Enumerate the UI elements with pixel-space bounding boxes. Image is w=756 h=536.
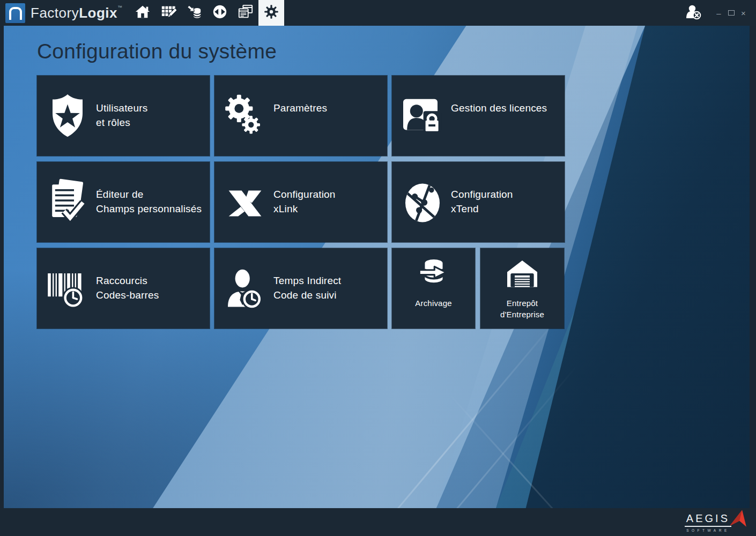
content-area: Configuration du système Utilisateurset … <box>4 26 750 508</box>
grid-pencil-icon <box>160 4 176 22</box>
minimize-button[interactable]: – <box>713 5 725 21</box>
titlebar: FactoryLogix™ <box>0 0 756 26</box>
home-icon <box>135 4 151 22</box>
factorylogix-logo-icon <box>5 3 25 23</box>
tile-label: Éditeur deChamps personnalisés <box>96 187 202 216</box>
person-clock-icon <box>222 265 268 312</box>
shield-star-icon <box>45 92 91 139</box>
user-disconnect-icon <box>684 3 701 23</box>
tile-users-roles[interactable]: Utilisateurset rôles <box>37 76 210 156</box>
tile-label: ConfigurationxTend <box>451 187 513 216</box>
aegis-logo: AEGIS SOFTWARE <box>685 512 750 532</box>
tile-label: Entrepôtd'Entreprise <box>480 297 564 320</box>
tile-custom-fields-editor[interactable]: Éditeur deChamps personnalisés <box>37 162 210 242</box>
minimize-icon: – <box>716 9 721 18</box>
tile-label: ConfigurationxLink <box>273 187 336 216</box>
tile-xtend-configuration[interactable]: ConfigurationxTend <box>392 162 565 242</box>
tile-label: Temps IndirectCode de suivi <box>273 273 341 302</box>
aegis-arrow-icon <box>730 508 750 532</box>
windows-stack-icon <box>238 4 254 22</box>
tile-license-management[interactable]: Gestion des licences <box>392 76 565 156</box>
tile-label: RaccourcisCodes-barres <box>96 273 159 302</box>
tile-barcode-shortcuts[interactable]: RaccourcisCodes-barres <box>37 248 210 329</box>
tile-row-3: RaccourcisCodes-barres <box>37 248 565 329</box>
document-check-icon <box>45 178 91 226</box>
app-title-bold: Logix <box>79 5 117 21</box>
close-icon: × <box>741 9 746 18</box>
tile-indirect-time-tracking[interactable]: Temps IndirectCode de suivi <box>214 248 387 329</box>
maximize-button[interactable] <box>725 5 737 21</box>
tile-enterprise-warehouse[interactable]: Entrepôtd'Entreprise <box>480 248 564 329</box>
trademark: ™ <box>117 5 122 10</box>
nav-system-configuration[interactable] <box>258 0 284 26</box>
maximize-icon <box>728 10 735 16</box>
sync-circle-icon <box>212 4 228 22</box>
tile-label: Gestion des licences <box>451 101 547 115</box>
app-title: FactoryLogix™ <box>31 5 122 21</box>
globe-network-icon <box>399 178 446 226</box>
database-import-icon <box>186 4 202 22</box>
aegis-logo-text: AEGIS SOFTWARE <box>685 512 731 532</box>
titlebar-right: – × <box>684 4 750 22</box>
tile-row-1: Utilisateurset rôles <box>37 76 565 156</box>
n-logo-icon <box>9 7 22 20</box>
nav-logistics[interactable] <box>207 0 233 26</box>
gear-icon <box>263 4 279 22</box>
nav-production[interactable] <box>181 0 207 26</box>
xlink-x-icon <box>222 178 268 226</box>
tile-archiving[interactable]: Archivage <box>392 248 475 329</box>
page-title: Configuration du système <box>37 40 277 63</box>
database-arrow-icon <box>416 256 451 293</box>
user-disconnect-button[interactable] <box>684 4 702 22</box>
id-card-lock-icon <box>399 92 446 139</box>
tile-grid: Utilisateurset rôles <box>37 76 565 329</box>
gears-icon <box>222 92 268 139</box>
module-nav <box>130 0 284 26</box>
factorylogix-window: FactoryLogix™ <box>0 0 756 536</box>
app-title-light: Factory <box>31 5 79 21</box>
tile-row-2: Éditeur deChamps personnalisés <box>37 162 565 242</box>
aegis-brand-sub: SOFTWARE <box>686 528 730 532</box>
tile-label: Paramètres <box>273 101 327 115</box>
nav-home[interactable] <box>130 0 155 26</box>
tile-xlink-configuration[interactable]: ConfigurationxLink <box>214 162 387 242</box>
aegis-brand-name: AEGIS <box>685 512 731 527</box>
barcode-clock-icon <box>45 265 91 312</box>
nav-analytics[interactable] <box>233 0 258 26</box>
tile-label: Utilisateurset rôles <box>96 101 147 130</box>
tile-label: Archivage <box>392 297 475 309</box>
warehouse-icon <box>505 256 540 293</box>
nav-npi[interactable] <box>155 0 181 26</box>
footer-bar: AEGIS SOFTWARE <box>0 508 756 536</box>
tile-settings[interactable]: Paramètres <box>214 76 387 156</box>
close-button[interactable]: × <box>737 5 750 21</box>
